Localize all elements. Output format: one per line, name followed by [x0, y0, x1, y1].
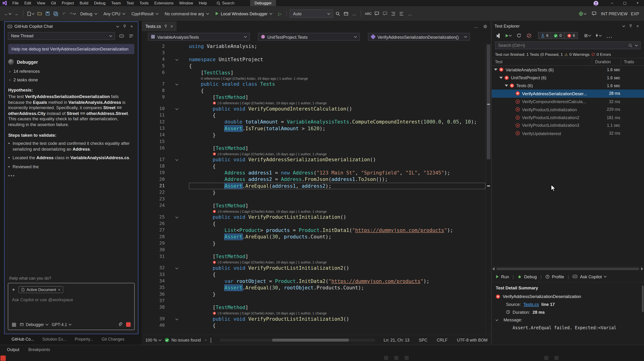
line-number[interactable]: 14	[142, 132, 164, 138]
line-number[interactable]: 40	[142, 322, 164, 329]
line-number[interactable]: 3	[142, 49, 164, 56]
code-text[interactable]: [TestMethod]	[189, 94, 486, 101]
code-text[interactable]: {	[189, 220, 486, 227]
indent-icon[interactable]	[390, 9, 397, 17]
code-text[interactable]: public void VerifyCompoundInterestCalcul…	[189, 105, 486, 112]
menu-help[interactable]: Help	[196, 0, 210, 6]
code-line-31[interactable]: 31 [TestMethod]	[142, 253, 486, 260]
code-text[interactable]: }	[189, 291, 486, 298]
code-line-16[interactable]: 16 [TestMethod]	[142, 145, 486, 151]
navigate-forward-icon[interactable]: →	[13, 9, 20, 17]
code-text[interactable]: namespace UnitTestProject	[189, 56, 486, 63]
save-icon[interactable]	[44, 9, 52, 17]
code-text[interactable]: public void VerifyProductListInitializat…	[189, 214, 486, 220]
scrollbar-thumb[interactable]	[272, 339, 348, 341]
code-line-23[interactable]: 23	[142, 196, 486, 202]
line-number[interactable]: 7	[142, 81, 164, 87]
code-text[interactable]: {	[189, 87, 486, 94]
caret-up-icon[interactable]	[211, 338, 211, 342]
line-number[interactable]: 2	[142, 43, 164, 49]
group-by-icon[interactable]: ≡	[583, 31, 592, 40]
fold-margin[interactable]	[164, 56, 189, 63]
save-all-icon[interactable]	[52, 9, 60, 17]
line-number[interactable]: 39	[142, 316, 164, 322]
ask-copilot-button[interactable]: Ask Copilot	[572, 274, 606, 279]
debug-test-button[interactable]: Debug	[518, 274, 537, 279]
close-panel-icon[interactable]: ×	[634, 24, 641, 28]
tab-output[interactable]: Output	[4, 347, 23, 352]
eol-indicator[interactable]: CRLF	[437, 338, 448, 342]
pin-icon[interactable]	[627, 24, 634, 28]
code-text[interactable]: [TestMethod]	[189, 202, 486, 209]
toolbar-overflow-icon[interactable]: …	[350, 9, 358, 17]
codelens-row[interactable]: | 0 references | Cagri (Charlie) Aslan, …	[142, 260, 486, 265]
open-folder-icon[interactable]	[36, 9, 43, 17]
code-line-27[interactable]: 27 List<Product> products = Product.Init…	[142, 227, 486, 234]
titlebar-debugger-tab[interactable]: Debugger	[250, 0, 276, 6]
outdent-icon[interactable]	[398, 9, 406, 17]
navigate-backward-icon[interactable]: ←	[3, 9, 12, 17]
code-text[interactable]	[189, 138, 486, 145]
minimize-button[interactable]: –	[606, 0, 618, 6]
startup-project-dropdown[interactable]: CppHResult	[129, 9, 161, 18]
comment-icon[interactable]	[373, 9, 381, 17]
code-line-7[interactable]: 7 public sealed class Tests	[142, 81, 486, 87]
menu-window[interactable]: Window	[176, 0, 196, 6]
code-line-25[interactable]: 25 public void VerifyProductListInitiali…	[142, 214, 486, 220]
start-debugging-button[interactable]: Local Windows Debugger	[212, 9, 276, 18]
line-number[interactable]: 32	[142, 265, 164, 271]
code-line-30[interactable]: 30	[142, 247, 486, 253]
attach-file-icon[interactable]	[118, 322, 122, 327]
thread-selector[interactable]: New Thread	[8, 32, 115, 40]
code-text[interactable]: {	[189, 63, 486, 69]
line-number[interactable]: 22	[142, 189, 164, 196]
tab-git-changes[interactable]: Git Changes	[97, 334, 128, 345]
code-line-14[interactable]: 14 }	[142, 132, 486, 138]
code-line-11[interactable]: 11 {	[142, 112, 486, 119]
line-number[interactable]: 8	[142, 87, 164, 94]
new-chat-icon[interactable]	[118, 34, 125, 38]
code-line-24[interactable]: 24 [TestMethod]	[142, 202, 486, 209]
code-text[interactable]: public void VerifyAddressSerializationDe…	[189, 156, 486, 163]
code-line-32[interactable]: 32 public void VerifyProductListInitiali…	[142, 265, 486, 271]
breadcrumb-method[interactable]: VerifyAddressSerializationDeserializatio…	[368, 33, 470, 41]
line-number[interactable]: 24	[142, 202, 164, 209]
line-number[interactable]: 19	[142, 170, 164, 176]
code-line-12[interactable]: 12 double totalAmount = VariableAnalysis…	[142, 119, 486, 125]
test-tree-row-3[interactable]: VerifyAddressSerializationDeser...28 ms	[492, 90, 644, 97]
message-collapse-chevron-icon[interactable]	[496, 318, 498, 321]
code-text[interactable]: Address address1 = new Address("123 Main…	[189, 170, 486, 176]
tab-github-copilot[interactable]: GitHub Co...	[8, 334, 38, 345]
fold-margin[interactable]	[164, 316, 189, 322]
exp-label[interactable]: EXP	[631, 11, 639, 16]
line-number[interactable]: 38	[142, 304, 164, 311]
code-line-20[interactable]: 20 Address address2 = Address.FromJson(a…	[142, 176, 486, 183]
codelens-row[interactable]: | 0 references | Cagri (Charlie) Aslan, …	[142, 209, 486, 214]
chat-history-icon[interactable]	[128, 34, 135, 38]
close-tab-icon[interactable]: ×	[170, 24, 173, 29]
code-text[interactable]: public sealed class Tests	[189, 81, 486, 87]
menu-file[interactable]: File	[10, 0, 22, 6]
menu-view[interactable]: View	[34, 0, 48, 6]
code-text[interactable]: }	[189, 240, 486, 247]
menu-tools[interactable]: Tools	[136, 0, 152, 6]
code-line-18[interactable]: 18 {	[142, 163, 486, 169]
code-text[interactable]: double totalAmount = VariableAnalysisTes…	[189, 119, 486, 125]
line-number[interactable]: 25	[142, 214, 164, 220]
code-text[interactable]: Assert.AreEqual(30, rootObject.Products.…	[189, 285, 486, 291]
line-number[interactable]: 11	[142, 112, 164, 119]
tasks-collapse-row[interactable]: › 2 tasks done	[9, 77, 134, 82]
line-number[interactable]: 17	[142, 156, 164, 163]
code-line-15[interactable]: 15	[142, 138, 486, 145]
code-text[interactable]: List<Product> products = Product.InitDat…	[189, 227, 486, 234]
source-link[interactable]: Tests.cs	[523, 302, 539, 307]
test-horizontal-scrollbar[interactable]	[492, 267, 644, 271]
code-line-17[interactable]: 17 public void VerifyAddressSerializatio…	[142, 156, 486, 163]
editor-settings-gear-icon[interactable]	[483, 24, 488, 28]
tab-breakpoints[interactable]: Breakpoints	[25, 347, 53, 352]
code-line-22[interactable]: 22 }	[142, 189, 486, 196]
user-avatar[interactable]	[594, 1, 598, 5]
code-line-26[interactable]: 26 {	[142, 220, 486, 227]
int-preview-label[interactable]: INT PREVIEW	[601, 11, 628, 16]
code-line-39[interactable]: 39 public void VerifyProductListInitiali…	[142, 316, 486, 322]
